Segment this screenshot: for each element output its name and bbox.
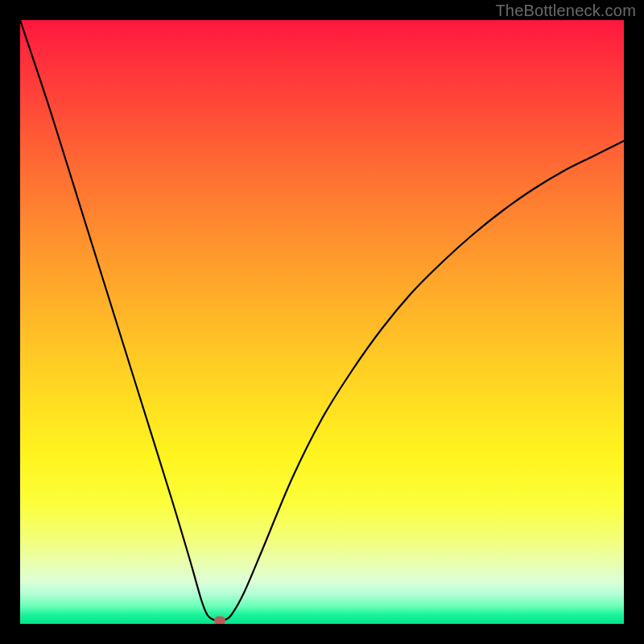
watermark-text: TheBottleneck.com — [495, 2, 636, 20]
plot-area — [20, 20, 624, 624]
bottleneck-curve — [20, 20, 624, 624]
optimal-point-marker — [214, 617, 225, 624]
chart-frame: TheBottleneck.com — [0, 0, 644, 644]
